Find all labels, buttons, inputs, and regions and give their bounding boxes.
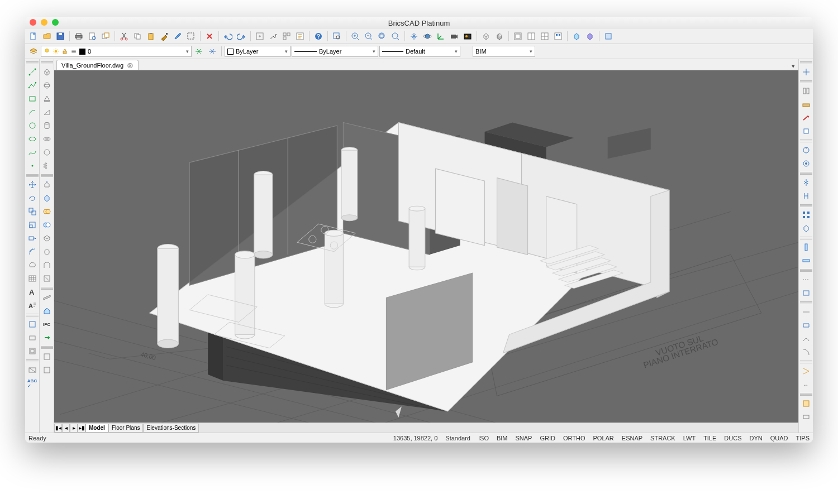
redo-button[interactable] [235,30,247,42]
publish-button[interactable] [99,30,112,42]
prev-layout-button[interactable]: ◂ [62,424,70,433]
array-tool[interactable] [800,209,812,221]
layout3-button[interactable] [539,30,551,42]
select-button[interactable] [185,30,197,42]
wireframe-button[interactable] [480,30,492,42]
status-toggle-ducs[interactable]: DUCS [724,435,741,441]
section-plane-tool[interactable] [41,272,53,285]
close-tab-icon[interactable]: ⊗ [127,61,134,69]
cylinder-tool[interactable] [41,119,53,132]
extra-tool-4[interactable] [800,319,812,332]
scale-tool[interactable] [26,219,39,231]
blocks-button[interactable] [280,30,293,42]
tab-menu-chevron-icon[interactable]: ▾ [792,63,798,70]
extra-tool-8[interactable]: ↔ [800,378,812,391]
subtract-tool[interactable] [41,219,53,231]
erase-button[interactable] [203,30,216,42]
sphere-tool[interactable] [41,79,53,92]
rotate-tool[interactable] [26,192,39,204]
slice-tool[interactable] [41,246,53,258]
home-tool[interactable] [41,305,53,317]
layout4-button[interactable] [552,30,564,42]
mirror-tool[interactable] [800,176,812,189]
help-button[interactable]: ? [312,30,325,42]
render-button[interactable] [461,30,474,42]
move-3d-tool[interactable] [800,66,812,78]
paste-button[interactable] [145,30,157,42]
layer-combo[interactable]: 0 ▾ [41,46,192,57]
copy-button[interactable] [131,30,144,42]
revolve-tool[interactable] [41,192,53,204]
match-properties-button[interactable] [158,30,170,42]
layout-tab-floor-plans[interactable]: Floor Plans [108,424,144,433]
bim-profile-tool[interactable] [800,397,812,410]
new-file-button[interactable] [27,30,40,42]
extra-tool-2[interactable] [800,287,812,299]
status-toggle-grid[interactable]: GRID [540,435,555,441]
quickdraw-tool[interactable] [800,85,812,97]
flip-tool[interactable] [800,190,812,202]
color-combo[interactable]: ByLayer ▾ [225,46,291,57]
ucs-button[interactable] [435,30,447,42]
view-top-button[interactable] [602,30,615,42]
print-button[interactable] [73,30,85,42]
circle-tool[interactable] [26,119,39,132]
next-layout-button[interactable]: ▸ [70,424,78,433]
align-tool[interactable] [800,157,812,170]
torus-tool[interactable] [41,133,53,145]
wall-tool[interactable] [41,291,53,304]
pan-button[interactable] [408,30,420,42]
status-toggle-iso[interactable]: ISO [478,435,489,441]
connect-tool[interactable] [800,125,812,137]
polyline-tool[interactable] [26,79,39,92]
zoom-window-button[interactable] [52,19,59,26]
spline-tool[interactable] [26,146,39,159]
union-tool[interactable] [41,205,53,218]
misc-3d-tool-2[interactable] [41,364,53,376]
orbit-button[interactable] [421,30,434,42]
layout1-button[interactable] [512,30,524,42]
last-layout-button[interactable]: ▸▮ [78,424,85,433]
text-tool[interactable]: A [26,286,39,298]
camera-button[interactable] [448,30,460,42]
bim-explode-tool[interactable] [800,411,812,423]
view-cube-side-button[interactable] [584,30,596,42]
document-tab[interactable]: Villa_GroundFloor.dwg ⊗ [56,60,139,70]
pyramid-tool[interactable] [41,146,53,159]
status-toggle-tile[interactable]: TILE [703,435,716,441]
stretch-tool[interactable] [26,232,39,244]
spell-check-tool[interactable]: ABC✓ [26,377,39,390]
status-toggle-strack[interactable]: STRACK [650,435,675,441]
helix-tool[interactable] [41,160,53,172]
extra-tool-6[interactable] [800,346,812,358]
intersect-tool[interactable] [41,232,53,244]
arc-tool[interactable] [26,106,39,118]
save-file-button[interactable] [54,30,66,42]
workspace-combo[interactable]: BIM ▾ [473,46,535,57]
status-toggle-lwt[interactable]: LWT [683,435,696,441]
zoom-window-tool[interactable] [331,30,343,42]
sweep-tool[interactable] [41,259,53,271]
status-toggle-esnap[interactable]: ESNAP [622,435,642,441]
misc-tool-1[interactable] [26,318,39,330]
status-toggle-quad[interactable]: QUAD [770,435,788,441]
structure-tool[interactable] [800,241,812,253]
status-toggle-polar[interactable]: POLAR [593,435,614,441]
polysolid-tool[interactable] [800,98,812,111]
layer-manager-button[interactable] [27,45,40,57]
status-toggle-bim[interactable]: BIM [497,435,508,441]
copy-tool[interactable] [26,205,39,218]
layer-freeze-button[interactable] [193,45,205,57]
explorer-button[interactable] [267,30,279,42]
3d-viewport[interactable]: VUOTO SUL PIANO INTERRATO 40,00 [54,70,798,423]
cone-tool[interactable] [41,93,53,105]
undo-button[interactable] [222,30,234,42]
zoom-out-button[interactable] [363,30,375,42]
wedge-tool[interactable] [41,106,53,118]
properties-button[interactable] [294,30,306,42]
first-layout-button[interactable]: ▮◂ [54,424,62,433]
revcloud-tool[interactable] [26,259,39,271]
rectangle-tool[interactable] [26,93,39,105]
status-toggle-ortho[interactable]: ORTHO [563,435,585,441]
offset-tool[interactable] [26,246,39,258]
